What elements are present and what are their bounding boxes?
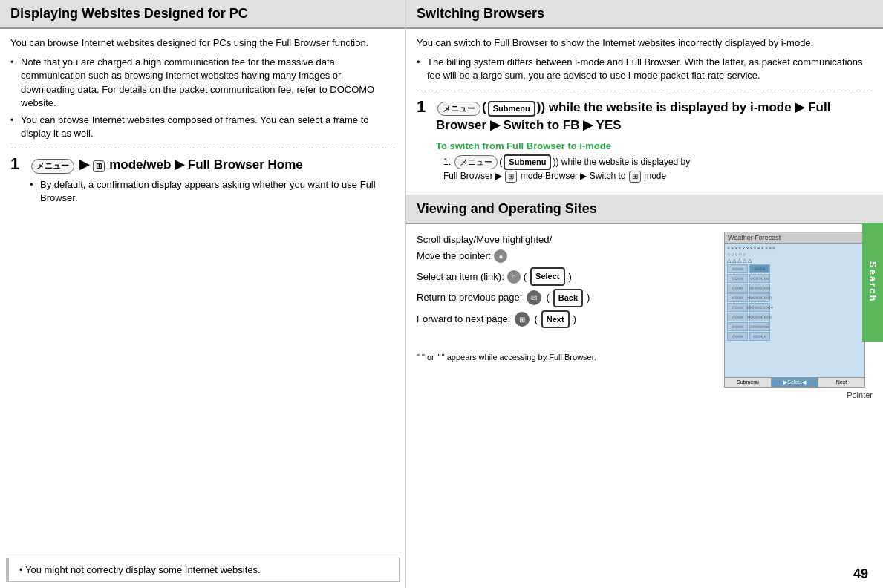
next-btn-icon: ⊞ xyxy=(515,312,530,327)
switch-back-arrow2: ▶ xyxy=(580,171,589,181)
phone-content: ××××××××××××× ○○○○○ △△△△△ ○○○○ ○○○○ ○○○○ xyxy=(725,244,864,344)
grid-row-4: ○○○○ ○○○○○○○○○ xyxy=(727,293,862,302)
viewing-line-2: Move the pointer: ● xyxy=(417,248,717,264)
switch-back-submenu-btn: Submenu xyxy=(504,154,551,170)
right-step-number: 1 xyxy=(417,99,430,115)
left-bullet-1: Note that you are charged a high communi… xyxy=(10,56,395,110)
right-step-part3: Switch to FB xyxy=(503,118,579,132)
right-arrow3: ▶ xyxy=(579,118,596,132)
grid-row-6: ○○○○ ○○○○○○○○○ xyxy=(727,313,862,321)
switch-back-arrow1: ▶ xyxy=(495,171,504,181)
phone-caption: " " or " " appears while accessing by Fu… xyxy=(417,350,717,365)
viewing-line-4: Return to previous page: ✉(Back) xyxy=(417,289,717,307)
back-label: Back xyxy=(553,289,583,307)
phone-softbar-select: ▶Select◀ xyxy=(772,378,818,387)
phone-softbar: Submenu ▶Select◀ Next xyxy=(725,377,864,387)
sidebar-label: Search xyxy=(867,261,879,302)
select-label: Select xyxy=(530,267,564,286)
switch-back-text1: ) while the website is displayed by xyxy=(555,157,690,167)
scroll-btn-icon: ● xyxy=(494,249,507,263)
viewing-text: Scroll display/Move highlighted/ Move th… xyxy=(417,232,717,399)
left-step-1: 1 メニュー ▶ ⊞ mode/web ▶ Full Browser Home … xyxy=(10,156,395,211)
switch-back-text5: mode xyxy=(644,171,666,181)
viewing-line-5: Forward to next page: ⊞(Next) xyxy=(417,310,717,329)
grid-row-2: ○○○○ ○○○○○○○ xyxy=(727,274,862,283)
switch-back-step: 1. メニュー(Submenu)) while the website is d… xyxy=(443,154,873,183)
switching-header: Switching Browsers xyxy=(406,0,883,29)
switch-back-mode-icon2: ⊞ xyxy=(629,171,641,183)
right-step-1: 1 メニュー(Submenu)) while the website is di… xyxy=(417,99,873,183)
step1-text-post: Full Browser Home xyxy=(188,157,303,172)
viewing-line-3: Select an item (link): ○(Select) xyxy=(417,267,717,286)
viewing-line-1: Scroll display/Move highlighted/ xyxy=(417,232,717,248)
switch-back-text4: Switch to xyxy=(590,171,626,181)
switch-back-text2: Full Browser xyxy=(443,171,493,181)
arrow-2: ▶ xyxy=(175,157,188,172)
viewing-header: Viewing and Operating Sites xyxy=(406,195,883,224)
right-arrow2: ▶ xyxy=(486,118,503,132)
left-bullet-list: Note that you are charged a high communi… xyxy=(10,56,395,140)
switching-bullet-1: The billing system differs between i-mod… xyxy=(417,56,873,82)
switch-back-menu-icon: メニュー xyxy=(454,155,498,169)
right-step-part4: YES xyxy=(596,118,622,132)
left-step1-sub-list: By default, a confirmation display appea… xyxy=(30,178,395,205)
grid-row-3: ○○○○ ○○○○○○○○ xyxy=(727,284,862,293)
grid-row-7: ○○○○ ○○○○○○○ xyxy=(727,322,862,331)
left-bullet-2: You can browse Internet websites compose… xyxy=(10,114,395,140)
select-btn-icon: ○ xyxy=(507,270,521,284)
mode-icon: ⊞ xyxy=(93,160,105,172)
left-step-number: 1 xyxy=(10,156,24,172)
switch-back-heading: To switch from Full Browser to i-mode xyxy=(436,140,873,151)
left-intro: You can browse Internet websites designe… xyxy=(10,36,395,50)
phone-softbar-next: Next xyxy=(818,378,864,387)
switching-bullet-list: The billing system differs between i-mod… xyxy=(417,56,873,82)
page-number: 49 xyxy=(853,566,868,582)
switch-back-mode-icon: ⊞ xyxy=(505,171,517,183)
next-label: Next xyxy=(541,310,570,329)
right-arrow1: ▶ xyxy=(792,100,808,114)
right-submenu-btn: Submenu xyxy=(488,101,535,117)
x-row-2: ○○○○○ xyxy=(727,252,862,257)
switching-intro: You can switch to Full Browser to show t… xyxy=(417,36,873,50)
switching-section: Switching Browsers You can switch to Ful… xyxy=(406,0,883,195)
switch-back-text3: mode Browser xyxy=(521,171,578,181)
left-step-text: メニュー ▶ ⊞ mode/web ▶ Full Browser Home xyxy=(30,157,303,172)
x-row-1: ××××××××××××× xyxy=(727,246,862,251)
back-btn-icon: ✉ xyxy=(527,290,541,305)
phone-title-bar: Weather Forecast xyxy=(725,232,864,244)
sidebar-search-tab: Search xyxy=(862,223,883,342)
menu-button-icon: メニュー xyxy=(31,159,74,173)
pointer-label: Pointer xyxy=(847,391,873,399)
notice-box: • You might not correctly display some I… xyxy=(6,558,400,582)
switch-back-num: 1. xyxy=(443,157,451,167)
grid-row-8: ○○○○ ○○○○○ xyxy=(727,332,862,341)
right-menu-icon: メニュー xyxy=(437,102,480,116)
phone-screen: Weather Forecast ××××××××××××× ○○○○○ △△△… xyxy=(724,232,865,388)
step1-text-pre: mode/web xyxy=(109,157,171,172)
left-section-header: Displaying Websites Designed for PC xyxy=(0,0,405,29)
arrow-1: ▶ xyxy=(79,157,93,172)
phone-softbar-submenu: Submenu xyxy=(725,378,772,387)
left-step1-sub: By default, a confirmation display appea… xyxy=(30,178,395,205)
phone-mockup-area: Weather Forecast ××××××××××××× ○○○○○ △△△… xyxy=(724,232,873,399)
grid-row-1: ○○○○ ○○○○ xyxy=(727,264,862,273)
grid-row-5: ○○○○ ○○○○○○○○○○ xyxy=(727,303,862,312)
right-step-text: メニュー(Submenu)) while the website is disp… xyxy=(436,100,830,132)
tri-row: △△△△△ xyxy=(727,258,862,264)
right-step-main: ) while the website is displayed by i-mo… xyxy=(541,100,791,114)
viewing-section: Viewing and Operating Sites Scroll displ… xyxy=(406,195,883,588)
